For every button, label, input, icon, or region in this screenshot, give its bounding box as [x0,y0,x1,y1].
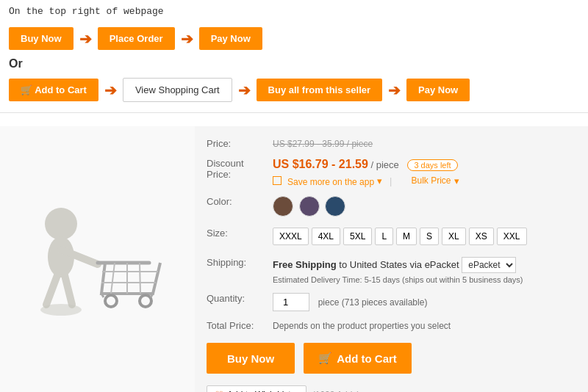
color-swatch-2[interactable] [299,196,320,217]
place-order-button[interactable]: Place Order [98,27,175,50]
color-row: Color: [207,192,576,223]
discount-value: US $16.79 - 21.59 / piece 3 days left Sa… [273,158,576,187]
save-app-label[interactable]: Save more on the app [287,177,374,187]
color-swatch-3[interactable] [325,196,345,217]
bulk-price-chevron: ▾ [454,175,459,186]
shipping-method-select[interactable]: ePacket [462,257,516,273]
price-original: US $27.99 - 35.99 / piece [273,139,373,149]
flow-row-1: Buy Now ➔ Place Order ➔ Pay Now [0,23,588,54]
svg-point-14 [140,295,151,307]
quantity-value-area: piece (713 pieces available) [273,293,576,311]
shipping-row: Shipping: Free Shipping to United States… [207,253,576,288]
buy-all-from-seller-button[interactable]: Buy all from this seller [257,79,382,101]
shipping-value: Free Shipping to United States via ePack… [273,257,576,284]
svg-line-4 [65,275,72,305]
pay-now-button-flow1[interactable]: Pay Now [199,27,262,50]
size-button-xl[interactable]: XL [442,228,466,245]
add-to-wishlist-button[interactable]: ♡ Add to Wish List ▾ [207,385,306,392]
arrow-1: ➔ [79,30,92,48]
top-instruction: On the top right of webpage [0,0,588,23]
product-section: IF you like it! Chick here~ Price: US $2… [0,119,588,392]
arrow-3: ➔ [104,81,117,99]
total-price-row: Total Price: Depends on the product prop… [207,316,576,335]
quantity-input[interactable] [273,293,309,311]
size-button-s[interactable]: S [420,228,439,245]
heart-icon: ♡ [215,389,224,392]
product-details: Price: US $27.99 - 35.99 / piece Discoun… [195,126,588,392]
cart-icon-main: 🛒 [318,352,332,365]
product-image [17,191,179,352]
action-buttons: Buy Now 🛒 Add to Cart [207,335,576,381]
size-row: Size: XXXL4XL5XLLMSXLXSXXL [207,223,576,253]
discount-label: Discount Price: [207,158,273,180]
price-discount-amount: US $16.79 - 21.59 [273,158,368,170]
flow-row-2: 🛒 Add to Cart ➔ View Shopping Cart ➔ Buy… [0,73,588,106]
free-shipping-text: Free Shipping [273,259,337,270]
save-app-chevron: ▾ [377,175,382,186]
size-button-l[interactable]: L [375,228,393,245]
save-app-checkbox[interactable] [273,176,282,185]
arrow-2: ➔ [181,30,193,48]
view-shopping-cart-button[interactable]: View Shopping Cart [123,78,232,102]
size-label: Size: [207,228,273,239]
wishlist-row: ♡ Add to Wish List ▾ (1628 Adds) [207,381,576,392]
total-label: Total Price: [207,320,273,331]
size-buttons: XXXL4XL5XLLMSXLXSXXL [273,228,576,248]
color-swatches [273,196,576,219]
bulk-price-label[interactable]: Bulk Price [411,175,451,186]
svg-line-12 [140,263,140,294]
pay-now-button-flow2[interactable]: Pay Now [406,79,470,101]
price-label: Price: [207,138,273,149]
add-to-cart-button-flow2[interactable]: 🛒 Add to Cart [9,79,98,101]
quantity-label: Quantity: [207,293,273,304]
price-per-unit: / piece [371,159,399,170]
color-label: Color: [207,196,273,207]
arrow-5: ➔ [388,81,401,99]
price-row: Price: US $27.99 - 35.99 / piece [207,134,576,153]
cart-icon-flow2: 🛒 [21,84,32,95]
size-button-xs[interactable]: XS [469,228,494,245]
svg-line-10 [111,263,115,294]
size-button-xxxl[interactable]: XXXL [273,228,309,245]
quantity-row: Quantity: piece (713 pieces available) [207,288,576,316]
product-image-area: IF you like it! Chick here~ [0,126,195,392]
color-swatch-1[interactable] [273,196,293,217]
price-value: US $27.99 - 35.99 / piece [273,138,576,149]
size-button-xxl[interactable]: XXL [497,228,527,245]
svg-point-5 [40,304,82,316]
size-button-5xl[interactable]: 5XL [343,228,372,245]
svg-point-13 [105,295,117,307]
discount-price-row: Discount Price: US $16.79 - 21.59 / piec… [207,153,576,192]
shipping-estimate: Estimated Delivery Time: 5-15 days (ship… [273,275,576,284]
total-value: Depends on the product properties you se… [273,320,576,331]
buy-now-button-flow1[interactable]: Buy Now [9,27,74,50]
size-button-m[interactable]: M [396,228,417,245]
svg-line-3 [46,275,57,305]
days-left-badge: 3 days left [407,159,457,171]
buy-now-button-main[interactable]: Buy Now [207,343,295,374]
svg-point-0 [45,208,77,240]
quantity-available: piece (713 pieces available) [318,297,428,308]
arrow-4: ➔ [238,81,251,99]
shipping-destination: to United States via ePacket [339,259,459,270]
shipping-label: Shipping: [207,257,273,268]
or-label: Or [0,54,588,73]
add-to-cart-button-main[interactable]: 🛒 Add to Cart [304,343,412,374]
size-button-4xl[interactable]: 4XL [312,228,340,245]
section-divider [0,112,588,113]
total-depends-text: Depends on the product properties you se… [273,321,451,331]
